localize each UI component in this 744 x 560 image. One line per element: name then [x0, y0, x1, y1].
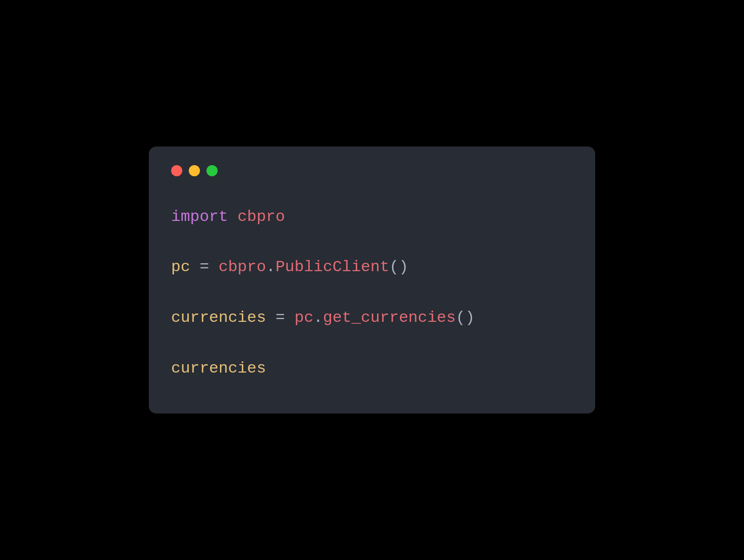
code-call: PublicClient: [275, 258, 389, 276]
code-module: cbpro: [238, 208, 285, 226]
code-space: [285, 309, 294, 327]
code-space: [266, 309, 275, 327]
traffic-lights: [171, 165, 573, 176]
maximize-icon[interactable]: [206, 165, 218, 176]
close-icon[interactable]: [171, 165, 182, 176]
code-keyword: import: [171, 208, 228, 226]
code-space: [190, 258, 199, 276]
code-paren: (): [389, 258, 408, 276]
code-block: import cbpro pc = cbpro.PublicClient() c…: [171, 204, 573, 381]
code-window: import cbpro pc = cbpro.PublicClient() c…: [149, 147, 595, 414]
code-operator: =: [199, 258, 209, 276]
code-object: cbpro: [219, 258, 266, 276]
code-dot: .: [313, 309, 323, 327]
code-variable: currencies: [171, 360, 266, 377]
code-space: [209, 258, 219, 276]
code-variable: currencies: [171, 309, 266, 327]
code-operator: =: [275, 309, 285, 327]
code-variable: pc: [171, 258, 190, 276]
code-call: get_currencies: [323, 309, 456, 327]
code-paren: (): [456, 309, 475, 327]
code-dot: .: [266, 258, 275, 276]
code-object: pc: [294, 309, 313, 327]
code-space: [228, 208, 237, 226]
minimize-icon[interactable]: [189, 165, 200, 176]
